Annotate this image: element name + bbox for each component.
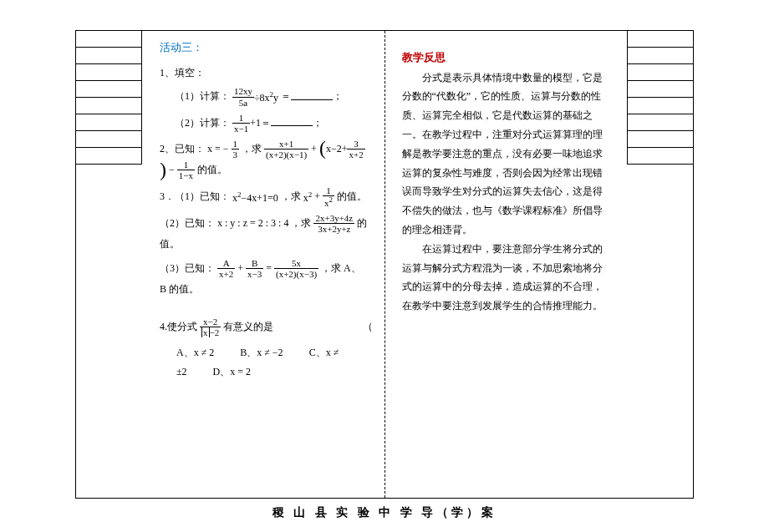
q3-2: （2）已知： x : y : z = 2 : 3 : 4 ，求 2x+3y+4z… (160, 214, 368, 254)
content-frame: 活动三： 1、填空： （1）计算： 12xy 5a ÷8x2y ＝； （2）计算… (75, 30, 694, 499)
blank (291, 90, 333, 100)
opt-a: A、x ≠ 2 (176, 347, 214, 358)
q4-paren: （ (363, 317, 373, 337)
q1-2-prefix: （2）计算： (175, 117, 230, 129)
activity-title: 活动三： (160, 38, 368, 58)
q1-label: 1、填空： (160, 63, 368, 83)
blank (271, 116, 313, 126)
q1-1: （1）计算： 12xy 5a ÷8x2y ＝； (160, 87, 368, 108)
q4: 4.使分式 x−2x−2 有意义的是 （ (160, 317, 368, 338)
footer-title: 稷 山 县 实 验 中 学 导（学）案 (0, 505, 769, 520)
left-column: 活动三： 1、填空： （1）计算： 12xy 5a ÷8x2y ＝； （2）计算… (76, 31, 384, 498)
q2: 2、已知： x = − 13 ，求 x+1(x+2)(x−1) + (x−2+3… (160, 139, 368, 181)
eq: ＝ (281, 91, 291, 103)
right-column: 教学反思 分式是表示具体情境中数量的模型，它是分数的“代数化”，它的性质、运算与… (384, 31, 694, 498)
q1-1-prefix: （1）计算： (175, 91, 230, 103)
reflection-p2: 在运算过程中，要注意部分学生将分式的运算与解分式方程混为一谈，不加思索地将分式的… (402, 240, 610, 316)
q1-1-tail: ÷8x2y (254, 88, 278, 108)
q1-2: （2）计算： 1 x−1 +1＝； (160, 114, 368, 134)
q3-3: （3）已知： Ax+2 + Bx−3 = 5x(x+2)(x−3) ，求 A、B… (160, 259, 368, 299)
q3-1: 3．（1）已知： x2−4x+1=0 ，求 x2 + 1x2 的值。 (160, 186, 368, 209)
opt-b: B、x ≠ −2 (240, 347, 283, 358)
opt-d: D、x = 2 (213, 366, 251, 377)
q1-2-frac: 1 x−1 (232, 113, 250, 134)
reflection-p1: 分式是表示具体情境中数量的模型，它是分数的“代数化”，它的性质、运算与分数的性质… (402, 68, 610, 240)
q1-1-frac: 12xy 5a (232, 86, 254, 107)
q4-options: A、x ≠ 2 B、x ≠ −2 C、x ≠ ±2 D、x = 2 (160, 343, 368, 382)
reflection-title: 教学反思 (402, 48, 610, 68)
